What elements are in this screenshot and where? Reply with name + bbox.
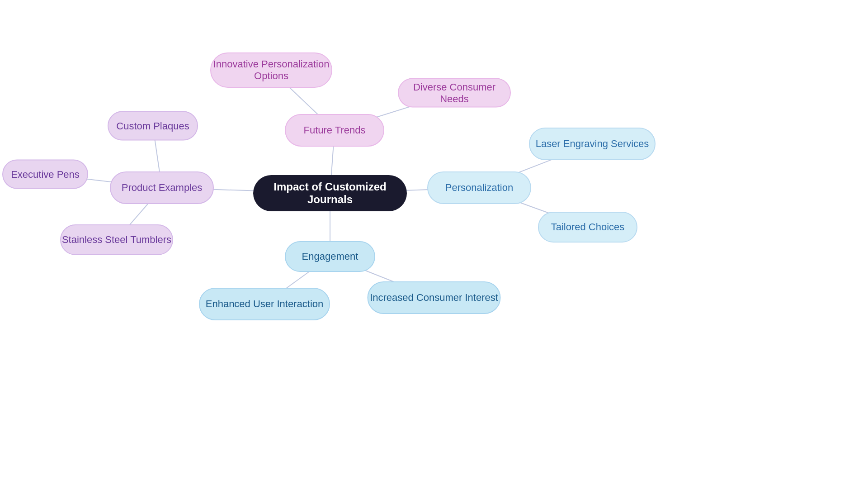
laser-engraving-services-node[interactable]: Laser Engraving Services — [529, 128, 656, 160]
diverse-consumer-needs-label: Diverse Consumer Needs — [399, 81, 510, 105]
increased-consumer-interest-label: Increased Consumer Interest — [370, 292, 498, 304]
executive-pens-label: Executive Pens — [11, 168, 80, 180]
diverse-consumer-needs-node[interactable]: Diverse Consumer Needs — [398, 78, 511, 108]
executive-pens-node[interactable]: Executive Pens — [2, 160, 88, 189]
personalization-node[interactable]: Personalization — [427, 171, 531, 204]
innovative-personalization-label: Innovative Personalization Options — [211, 58, 331, 82]
custom-plaques-label: Custom Plaques — [116, 120, 189, 132]
increased-consumer-interest-node[interactable]: Increased Consumer Interest — [368, 281, 501, 314]
mindmap-canvas: Impact of Customized Journals Future Tre… — [0, 0, 868, 490]
center-node[interactable]: Impact of Customized Journals — [253, 175, 407, 211]
tailored-choices-label: Tailored Choices — [551, 221, 625, 233]
stainless-steel-tumblers-node[interactable]: Stainless Steel Tumblers — [60, 224, 173, 255]
product-examples-label: Product Examples — [122, 182, 203, 194]
laser-engraving-services-label: Laser Engraving Services — [536, 138, 649, 150]
engagement-node[interactable]: Engagement — [285, 241, 375, 272]
enhanced-user-interaction-label: Enhanced User Interaction — [206, 298, 324, 310]
innovative-personalization-node[interactable]: Innovative Personalization Options — [210, 52, 332, 88]
future-trends-label: Future Trends — [304, 124, 366, 136]
product-examples-node[interactable]: Product Examples — [110, 171, 214, 204]
custom-plaques-node[interactable]: Custom Plaques — [108, 111, 198, 141]
center-node-label: Impact of Customized Journals — [253, 181, 407, 206]
engagement-label: Engagement — [302, 251, 359, 262]
future-trends-node[interactable]: Future Trends — [285, 114, 384, 147]
tailored-choices-node[interactable]: Tailored Choices — [538, 212, 637, 243]
personalization-label: Personalization — [445, 182, 513, 194]
stainless-steel-tumblers-label: Stainless Steel Tumblers — [62, 234, 171, 246]
enhanced-user-interaction-node[interactable]: Enhanced User Interaction — [199, 288, 330, 320]
